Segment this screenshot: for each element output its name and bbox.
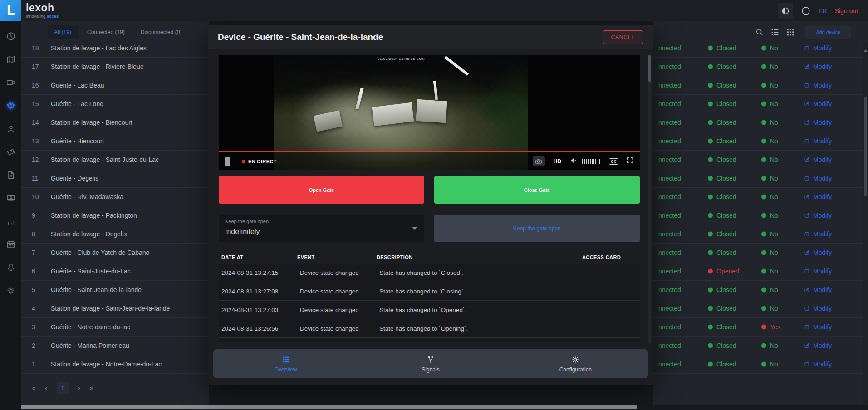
device-status-row[interactable]: nnected Closed No Modify	[653, 244, 868, 262]
sidebar-item-settings[interactable]	[0, 279, 21, 302]
cancel-button[interactable]: CANCEL	[603, 30, 643, 44]
device-status-row[interactable]: nnected Closed No Modify	[653, 76, 868, 95]
sidebar-item-tickets[interactable]	[0, 140, 21, 163]
device-status-row[interactable]: nnected Closed No Modify	[653, 132, 868, 151]
modify-link[interactable]: Modify	[804, 230, 832, 238]
modify-link[interactable]: Modify	[804, 119, 832, 126]
device-filter-tab[interactable]: Connected (19)	[81, 25, 131, 39]
modify-link[interactable]: Modify	[804, 156, 832, 163]
device-list-item[interactable]: 10 Guérite - Riv. Madawaska	[21, 188, 209, 206]
sidebar-item-documents[interactable]	[0, 163, 21, 186]
language-toggle[interactable]: FR	[819, 7, 827, 15]
device-list-item[interactable]: 17 Station de lavage - Rivière-Bleue	[21, 58, 209, 76]
theme-toggle[interactable]	[778, 3, 793, 19]
device-status-row[interactable]: nnected Closed No Modify	[653, 299, 868, 318]
scroll-up-arrow[interactable]	[864, 49, 868, 52]
vertical-scrollbar-thumb[interactable]	[864, 97, 867, 196]
pagination-current-page[interactable]: 1	[57, 382, 69, 394]
circle-icon[interactable]	[801, 6, 811, 16]
device-status-row[interactable]: nnected Closed No Modify	[653, 169, 868, 188]
stop-button[interactable]	[225, 157, 230, 166]
pagination-prev[interactable]: ‹	[45, 385, 47, 391]
device-status-row[interactable]: nnected Closed No Modify	[653, 113, 868, 132]
modify-link[interactable]: Modify	[804, 82, 832, 89]
add-device-button[interactable]: Add device	[805, 26, 851, 39]
modify-link[interactable]: Modify	[804, 305, 832, 312]
device-list-item[interactable]: 12 Station de lavage - Saint-Juste-du-La…	[21, 151, 209, 169]
keep-open-select[interactable]: Keep the gate open Indefinitely	[219, 215, 424, 242]
device-list-item[interactable]: 2 Guérite - Marina Pomerleau	[21, 337, 209, 355]
device-list-item[interactable]: 13 Guérite - Biencourt	[21, 132, 209, 151]
device-list-item[interactable]: 5 Guérite - Saint-Jean-de-la-lande	[21, 281, 209, 299]
hd-quality-button[interactable]: HD	[554, 158, 561, 165]
sidebar-item-map[interactable]	[0, 48, 21, 71]
sidebar-item-users[interactable]	[0, 117, 21, 140]
device-list-item[interactable]: 11 Guérite - Degelis	[21, 169, 209, 188]
modify-link[interactable]: Modify	[804, 63, 832, 70]
sign-out-link[interactable]: Sign out	[835, 7, 858, 15]
device-status-row[interactable]: nnected Opened No Modify	[653, 262, 868, 281]
tab-signals[interactable]: Signals	[358, 349, 503, 378]
device-list-item[interactable]: 1 Station de lavage - Notre-Dame-du-Lac	[21, 355, 209, 374]
modify-link[interactable]: Modify	[804, 212, 832, 219]
event-row[interactable]: 2024-08-31 13:27:15 Device state changed…	[219, 264, 640, 282]
modify-link[interactable]: Modify	[804, 342, 832, 349]
modal-scrollbar-thumb[interactable]	[648, 55, 651, 82]
modify-link[interactable]: Modify	[804, 175, 832, 182]
pagination-first[interactable]: «	[32, 385, 35, 391]
modify-link[interactable]: Modify	[804, 137, 832, 145]
device-status-row[interactable]: nnected Closed Yes Modify	[653, 318, 868, 337]
device-list-item[interactable]: 4 Station de lavage - Saint-Jean-de-la-l…	[21, 299, 209, 318]
sidebar-item-notifications[interactable]	[0, 256, 21, 279]
modify-link[interactable]: Modify	[804, 286, 832, 293]
tab-configuration[interactable]: Configuration	[503, 349, 648, 378]
device-status-row[interactable]: nnected Closed No Modify	[653, 337, 868, 355]
horizontal-scrollbar-thumb[interactable]	[20, 405, 637, 409]
snapshot-button[interactable]	[533, 156, 545, 166]
event-row[interactable]: 2024-08-31 13:26:56 Device state changed…	[219, 319, 640, 338]
device-list-item[interactable]: 6 Guérite - Saint-Juste-du-Lac	[21, 262, 209, 281]
device-list-item[interactable]: 7 Guérite - Club de Yatch de Cabano	[21, 244, 209, 262]
device-list-item[interactable]: 16 Guérite - Lac Beau	[21, 76, 209, 95]
modify-link[interactable]: Modify	[804, 44, 832, 52]
device-status-row[interactable]: nnected Closed No Modify	[653, 355, 868, 374]
device-list-item[interactable]: 8 Station de lavage - Degelis	[21, 225, 209, 244]
device-filter-tab[interactable]: All (19)	[48, 25, 78, 39]
volume-bars[interactable]	[582, 159, 601, 164]
event-row[interactable]: 2024-08-31 13:27:03 Device state changed…	[219, 301, 640, 319]
modify-link[interactable]: Modify	[804, 361, 832, 368]
device-status-row[interactable]: nnected Closed No Modify	[653, 95, 868, 113]
modify-link[interactable]: Modify	[804, 268, 832, 275]
sidebar-item-devices[interactable]	[0, 94, 21, 117]
modal-scrollbar[interactable]	[648, 55, 651, 344]
cc-button[interactable]: CC	[609, 158, 618, 165]
modify-link[interactable]: Modify	[804, 193, 832, 200]
tab-overview[interactable]: Overview	[213, 349, 358, 378]
pagination-next[interactable]: ›	[78, 385, 80, 391]
device-list-item[interactable]: 3 Guérite - Notre-dame-du-lac	[21, 318, 209, 337]
device-status-row[interactable]: nnected Closed No Modify	[653, 206, 868, 225]
grid-view-icon[interactable]	[785, 27, 795, 37]
live-video-player[interactable]: 01/03/2024 21:46:25 SUN EN DIRECT HD	[219, 55, 640, 170]
pagination-last[interactable]: »	[90, 385, 93, 391]
event-row[interactable]: 2024-08-31 13:27:08 Device state changed…	[219, 282, 640, 301]
device-list-item[interactable]: 9 Station de lavage - Packington	[21, 206, 209, 225]
device-status-row[interactable]: nnected Closed No Modify	[653, 225, 868, 244]
sidebar-item-cameras[interactable]	[0, 71, 21, 94]
close-gate-button[interactable]: Close Gate	[434, 176, 640, 204]
sidebar-item-dashboard[interactable]	[0, 24, 21, 48]
device-status-row[interactable]: nnected Closed No Modify	[653, 281, 868, 299]
device-status-row[interactable]: nnected Closed No Modify	[653, 188, 868, 206]
device-status-row[interactable]: nnected Closed No Modify	[653, 58, 868, 76]
modify-link[interactable]: Modify	[804, 249, 832, 256]
muted-speaker-icon[interactable]	[570, 157, 577, 166]
device-list-item[interactable]: 15 Guérite - Lac Long	[21, 95, 209, 113]
open-gate-button[interactable]: Open Gate	[219, 176, 424, 204]
fullscreen-button[interactable]	[626, 156, 634, 166]
list-view-icon[interactable]	[770, 27, 780, 37]
device-filter-tab[interactable]: Disconnected (0)	[134, 25, 188, 39]
modify-link[interactable]: Modify	[804, 100, 832, 107]
sidebar-item-calendar[interactable]	[0, 233, 21, 256]
brand-logo[interactable]: L	[0, 0, 21, 21]
device-list-item[interactable]: 14 Station de lavage - Biencourt	[21, 113, 209, 132]
